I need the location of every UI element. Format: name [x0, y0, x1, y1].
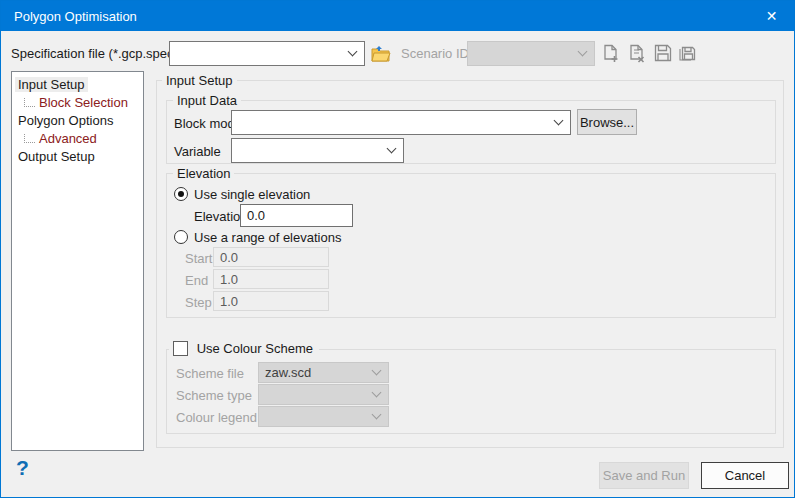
use-colour-scheme-label[interactable]: Use Colour Scheme: [197, 341, 313, 356]
scheme-type-label: Scheme type: [176, 388, 252, 403]
use-colour-scheme-checkbox[interactable]: [173, 341, 188, 356]
chevron-down-icon: [372, 387, 382, 397]
save-scenario-as-icon[interactable]: [677, 42, 697, 64]
start-label: Start: [185, 251, 212, 266]
single-elevation-radio[interactable]: [174, 187, 188, 201]
new-scenario-icon[interactable]: [601, 42, 621, 64]
navigation-tree: Input Setup Block Selection Polygon Opti…: [11, 71, 144, 451]
chevron-down-icon: [578, 46, 588, 56]
end-input[interactable]: 1.0: [213, 269, 329, 289]
spec-file-label: Specification file (*.gcp.spec): [11, 46, 178, 61]
close-icon[interactable]: ✕: [749, 1, 794, 31]
window-title: Polygon Optimisation: [14, 9, 137, 24]
range-elevations-radio[interactable]: [174, 230, 188, 244]
tree-item-advanced[interactable]: Advanced: [39, 131, 97, 146]
chevron-down-icon: [372, 409, 382, 419]
tree-item-block-selection[interactable]: Block Selection: [39, 95, 128, 110]
chevron-down-icon: [348, 46, 358, 56]
colour-legend-label: Colour legend: [176, 410, 257, 425]
tree-item-input-setup[interactable]: Input Setup: [15, 77, 88, 92]
step-input[interactable]: 1.0: [213, 291, 329, 311]
single-elevation-radio-label[interactable]: Use single elevation: [194, 187, 310, 202]
cancel-button[interactable]: Cancel: [701, 462, 789, 489]
scheme-file-label: Scheme file: [176, 366, 244, 381]
save-and-run-button[interactable]: Save and Run: [599, 462, 689, 489]
scenario-id-label: Scenario ID: [401, 46, 469, 61]
title-bar[interactable]: Polygon Optimisation ✕: [1, 1, 794, 31]
spec-file-combo[interactable]: [169, 41, 365, 66]
start-input[interactable]: 0.0: [213, 247, 329, 267]
chevron-down-icon: [554, 115, 564, 125]
variable-combo[interactable]: [231, 138, 404, 163]
colour-scheme-header: Use Colour Scheme: [169, 341, 319, 356]
variable-label: Variable: [174, 144, 221, 159]
step-label: Step: [185, 295, 212, 310]
chevron-down-icon: [387, 143, 397, 153]
start-value: 0.0: [220, 250, 238, 265]
input-data-group-title: Input Data: [173, 93, 241, 108]
range-elevations-radio-label[interactable]: Use a range of elevations: [194, 230, 341, 245]
tree-elbow-line: [24, 134, 35, 143]
elevation-input[interactable]: 0.0: [240, 204, 353, 227]
tree-item-output-setup[interactable]: Output Setup: [18, 149, 95, 164]
colour-legend-combo[interactable]: [258, 406, 389, 427]
block-model-combo[interactable]: [231, 110, 571, 135]
scheme-file-combo[interactable]: zaw.scd: [258, 362, 389, 383]
step-value: 1.0: [220, 294, 238, 309]
scenario-id-combo[interactable]: [467, 41, 595, 66]
scheme-file-value: zaw.scd: [265, 365, 311, 380]
tree-item-polygon-options[interactable]: Polygon Options: [18, 113, 113, 128]
save-scenario-icon[interactable]: [653, 42, 673, 64]
browse-button[interactable]: Browse...: [577, 109, 637, 135]
input-setup-group-title: Input Setup: [162, 73, 237, 88]
elevation-value: 0.0: [247, 208, 265, 223]
end-value: 1.0: [220, 272, 238, 287]
open-folder-icon[interactable]: [370, 42, 392, 64]
elevation-group-title: Elevation: [173, 166, 234, 181]
delete-scenario-icon[interactable]: [627, 42, 647, 64]
tree-elbow-line: [24, 98, 35, 107]
help-icon[interactable]: ?: [16, 456, 29, 480]
polygon-optimisation-dialog: Polygon Optimisation ✕ Specification fil…: [0, 0, 795, 498]
scheme-type-combo[interactable]: [258, 384, 389, 405]
end-label: End: [185, 273, 208, 288]
chevron-down-icon: [372, 365, 382, 375]
